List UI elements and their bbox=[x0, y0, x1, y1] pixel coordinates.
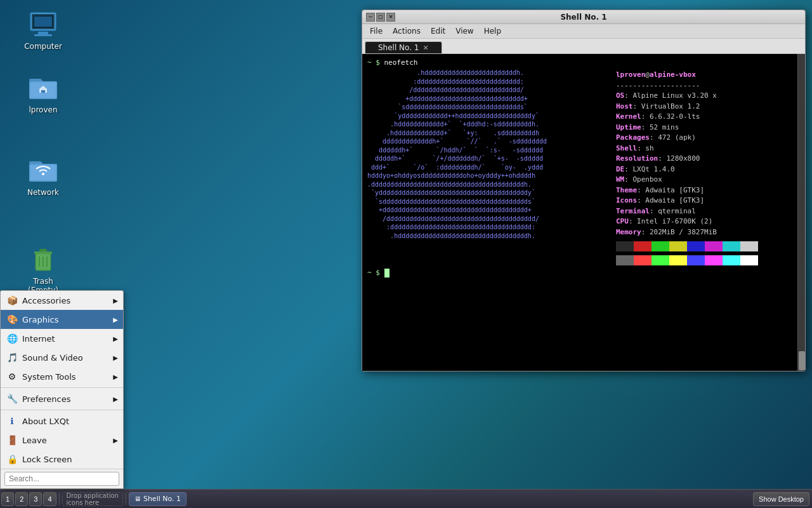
sound-video-arrow: ▶ bbox=[113, 354, 118, 361]
menu-item-internet[interactable]: 🌐 Internet ▶ bbox=[1, 329, 123, 348]
svg-rect-5 bbox=[34, 17, 52, 27]
accessories-icon: 📦 bbox=[6, 294, 18, 307]
terminal-maximize-btn[interactable]: □ bbox=[376, 13, 385, 22]
desktop-icon-lproven[interactable]: lproven bbox=[18, 70, 69, 117]
desktop-icon-computer[interactable]: Computer bbox=[18, 6, 69, 53]
internet-arrow: ▶ bbox=[113, 335, 118, 342]
menu-search bbox=[1, 469, 123, 488]
network-icon bbox=[28, 155, 58, 185]
neofetch-output: .hddddddddddddddddddddddddh. :dddddddddd… bbox=[367, 69, 792, 265]
trash-icon bbox=[28, 244, 58, 274]
terminal-prompt-2: ~ $ bbox=[367, 268, 792, 277]
terminal-tab[interactable]: Shell No. 1 ✕ bbox=[365, 41, 442, 53]
leave-arrow: ▶ bbox=[113, 437, 118, 444]
menu-item-lock[interactable]: 🔒 Lock Screen bbox=[1, 450, 123, 469]
menu-item-sound-video[interactable]: 🎵 Sound & Video ▶ bbox=[1, 348, 123, 367]
terminal-window: ─ □ ✕ Shell No. 1 File Actions Edit View… bbox=[362, 10, 806, 371]
terminal-menu-view[interactable]: View bbox=[450, 25, 478, 37]
pager-btn-4[interactable]: 4 bbox=[43, 492, 56, 506]
app-menu: 📦 Accessories ▶ 🎨 Graphics ▶ 🌐 Internet … bbox=[0, 290, 124, 489]
menu-item-preferences[interactable]: 🔧 Preferences ▶ bbox=[1, 389, 123, 408]
terminal-scrollbar[interactable] bbox=[797, 54, 805, 371]
terminal-menubar: File Actions Edit View Help bbox=[362, 24, 805, 39]
about-icon: ℹ bbox=[6, 415, 18, 427]
drop-area-label: Drop applicationicons here bbox=[67, 492, 119, 506]
pager-btn-2[interactable]: 2 bbox=[15, 492, 28, 506]
svg-rect-14 bbox=[39, 249, 47, 251]
terminal-color-blocks-2 bbox=[616, 255, 758, 265]
taskbar-drop-area: Drop applicationicons here bbox=[62, 492, 123, 506]
desktop: Computer lproven bbox=[0, 0, 812, 508]
terminal-menu-edit[interactable]: Edit bbox=[426, 25, 450, 37]
taskbar: 1 2 3 4 Drop applicationicons here 🖥 She… bbox=[0, 489, 812, 508]
computer-icon bbox=[28, 9, 58, 39]
menu-divider-1 bbox=[1, 387, 123, 388]
svg-point-11 bbox=[42, 173, 44, 175]
sound-video-icon: 🎵 bbox=[6, 351, 18, 364]
menu-item-about[interactable]: ℹ About LXQt bbox=[1, 411, 123, 431]
terminal-close-btn[interactable]: ✕ bbox=[386, 13, 395, 22]
internet-icon: 🌐 bbox=[6, 332, 18, 345]
terminal-content-area: ~ $ neofetch .hddddddddddddddddddddddddh… bbox=[362, 54, 805, 371]
pager-btn-3[interactable]: 3 bbox=[29, 492, 42, 506]
menu-divider-2 bbox=[1, 410, 123, 410]
graphics-icon: 🎨 bbox=[6, 313, 18, 326]
system-tools-icon: ⚙ bbox=[6, 370, 18, 383]
taskbar-window-label: Shell No. 1 bbox=[143, 495, 181, 503]
leave-icon: 🚪 bbox=[6, 434, 18, 446]
graphics-arrow: ▶ bbox=[113, 316, 118, 323]
show-desktop-btn[interactable]: Show Desktop bbox=[753, 492, 809, 506]
taskbar-sep-2 bbox=[126, 493, 126, 505]
terminal-titlebar: ─ □ ✕ Shell No. 1 bbox=[362, 10, 805, 24]
menu-item-graphics[interactable]: 🎨 Graphics ▶ bbox=[1, 310, 123, 329]
lproven-folder-icon bbox=[28, 72, 58, 103]
lproven-icon-label: lproven bbox=[29, 105, 57, 114]
taskbar-window-icon: 🖥 bbox=[134, 495, 141, 502]
terminal-tab-close[interactable]: ✕ bbox=[422, 44, 428, 52]
taskbar-right: Show Desktop bbox=[753, 492, 812, 506]
pager-btn-1[interactable]: 1 bbox=[1, 492, 14, 506]
terminal-menu-file[interactable]: File bbox=[365, 25, 388, 37]
taskbar-window-shell[interactable]: 🖥 Shell No. 1 bbox=[129, 492, 187, 506]
terminal-prompt-line: ~ $ neofetch bbox=[367, 58, 792, 67]
terminal-tab-label: Shell No. 1 bbox=[378, 43, 419, 52]
network-icon-label: Network bbox=[27, 188, 59, 197]
neofetch-ascii-art: .hddddddddddddddddddddddddh. :dddddddddd… bbox=[367, 69, 608, 265]
lock-icon: 🔒 bbox=[6, 453, 18, 465]
preferences-arrow: ▶ bbox=[113, 396, 118, 403]
terminal-minimize-btn[interactable]: ─ bbox=[366, 13, 375, 22]
menu-item-accessories[interactable]: 📦 Accessories ▶ bbox=[1, 291, 123, 310]
taskbar-sep-1 bbox=[59, 493, 60, 505]
svg-rect-8 bbox=[41, 90, 45, 93]
terminal-screen[interactable]: ~ $ neofetch .hddddddddddddddddddddddddh… bbox=[362, 54, 797, 371]
terminal-color-blocks bbox=[616, 241, 758, 251]
computer-icon-label: Computer bbox=[24, 42, 62, 51]
desktop-icon-trash[interactable]: Trash(Empty) bbox=[18, 241, 69, 298]
preferences-icon: 🔧 bbox=[6, 392, 18, 405]
neofetch-info: lproven@alpine-vbox --------------------… bbox=[616, 69, 758, 265]
svg-rect-3 bbox=[34, 34, 52, 36]
svg-rect-2 bbox=[38, 32, 48, 34]
terminal-scroll-thumb[interactable] bbox=[799, 351, 805, 370]
search-input[interactable] bbox=[4, 472, 119, 486]
accessories-arrow: ▶ bbox=[113, 297, 118, 304]
menu-item-leave[interactable]: 🚪 Leave ▶ bbox=[1, 431, 123, 450]
terminal-menu-help[interactable]: Help bbox=[479, 25, 506, 37]
taskbar-left: 1 2 3 4 Drop applicationicons here 🖥 She… bbox=[0, 492, 187, 506]
terminal-title: Shell No. 1 bbox=[398, 13, 769, 22]
terminal-menu-actions[interactable]: Actions bbox=[388, 25, 426, 37]
svg-rect-13 bbox=[34, 251, 52, 254]
menu-item-system-tools[interactable]: ⚙ System Tools ▶ bbox=[1, 367, 123, 386]
system-tools-arrow: ▶ bbox=[113, 373, 118, 380]
desktop-icon-network[interactable]: Network bbox=[18, 152, 69, 199]
